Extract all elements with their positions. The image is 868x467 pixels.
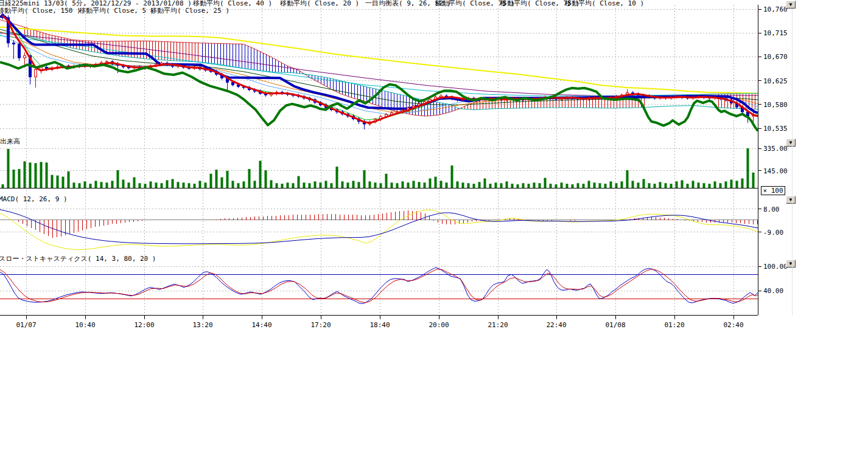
time-tick-label: 12:00 (134, 321, 154, 329)
time-tick-label: 22:40 (546, 321, 566, 329)
svg-text:10,760: 10,760 (763, 5, 788, 13)
svg-text:10,535: 10,535 (763, 125, 788, 133)
chevron-down-icon: ▼ (789, 2, 793, 7)
price-panel-scroll-button[interactable]: ▼ (786, 1, 796, 9)
time-tick-label: 21:20 (488, 321, 508, 329)
svg-text:40.00: 40.00 (763, 287, 783, 295)
macd-panel-scroll-button[interactable]: ▼ (786, 196, 796, 204)
candlesticks (2, 12, 755, 130)
volume-multiplier-badge: × 100 (761, 186, 785, 195)
time-tick-label: 20:00 (429, 321, 449, 329)
chart-canvas: 10,76010,71510,67010,62510,58010,535335.… (0, 0, 868, 467)
time-tick-label: 02:40 (723, 321, 743, 329)
macd-panel (0, 210, 758, 250)
svg-text:10,625: 10,625 (763, 77, 788, 85)
svg-text:10,580: 10,580 (763, 101, 788, 109)
time-axis-labels: 01/0710:4012:0013:2014:4017:2018:4020:00… (16, 321, 743, 329)
time-tick-label: 10:40 (75, 321, 95, 329)
time-tick-label: 14:40 (251, 321, 271, 329)
svg-text:100.00: 100.00 (763, 263, 788, 271)
time-tick-label: 01:20 (664, 321, 684, 329)
time-tick-label: 13:20 (192, 321, 212, 329)
volume-bars (0, 148, 758, 189)
scrollbar-track[interactable] (792, 9, 793, 315)
svg-text:10,715: 10,715 (763, 29, 788, 37)
stochastics-panel (0, 268, 758, 303)
volume-panel-scroll-button[interactable]: ▼ (786, 139, 796, 147)
svg-text:335.00: 335.00 (763, 145, 788, 153)
svg-text:-9.00: -9.00 (763, 229, 783, 237)
svg-text:10,670: 10,670 (763, 53, 788, 61)
chart-window: 日経225mini 13/03( 5分, 2012/12/29 - 2013/0… (0, 0, 868, 467)
time-tick-label: 01/08 (605, 321, 625, 329)
time-tick-label: 18:40 (369, 321, 390, 329)
svg-text:8.00: 8.00 (763, 206, 780, 213)
stochastics-panel-scroll-button[interactable]: ▼ (786, 260, 796, 268)
axes: 10,76010,71510,67010,62510,58010,535335.… (0, 5, 788, 319)
svg-text:145.00: 145.00 (763, 167, 788, 175)
time-tick-label: 17:20 (310, 321, 331, 329)
time-tick-label: 01/07 (16, 321, 36, 329)
gridlines (0, 5, 758, 315)
